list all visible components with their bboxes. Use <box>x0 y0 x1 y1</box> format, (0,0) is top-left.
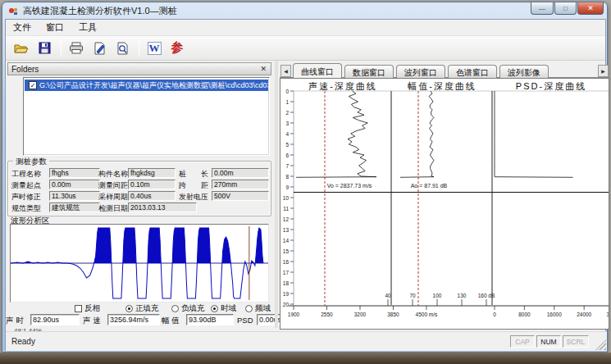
pile-params-title: 测桩参数 <box>13 157 49 167</box>
page-magnifier-icon <box>116 42 129 55</box>
tab-waveimage[interactable]: 波列影像 <box>499 65 549 78</box>
app-icon <box>8 6 19 16</box>
svg-text:13: 13 <box>283 227 290 233</box>
param-label: 桩 长 <box>179 169 213 180</box>
svg-text:Ao = 87.91 dB: Ao = 87.91 dB <box>411 183 448 189</box>
status-scrl: SCRL <box>563 335 589 348</box>
tab-strip: ◀ 曲线窗口数据窗口波列窗口色谱窗口波列影像 ▶ <box>280 62 609 78</box>
list-item[interactable]: ✓G:\公司产品设计开发\超声仪器\超声仪实地检测数据\测桩\cd\cd03\c… <box>25 80 268 91</box>
tab-scroll-right-button[interactable]: ▶ <box>598 65 609 77</box>
folders-panel-title: Folders <box>8 65 256 74</box>
tab-scroll-left-button[interactable]: ◀ <box>280 65 291 77</box>
param-field: 2013.03.13 <box>128 202 197 212</box>
svg-text:0: 0 <box>493 312 496 317</box>
tab-data[interactable]: 数据窗口 <box>344 65 394 78</box>
preview-button[interactable] <box>112 39 133 58</box>
svg-text:40: 40 <box>385 293 391 298</box>
param-label: 测量起点 <box>11 180 49 191</box>
svg-text:24000: 24000 <box>577 312 591 317</box>
window-title: 高铁建混凝土检测分析软件V1.0—测桩 <box>23 5 177 17</box>
tab-curve[interactable]: 曲线窗口 <box>293 63 342 78</box>
svg-text:130: 130 <box>458 293 467 298</box>
svg-text:0: 0 <box>285 89 289 94</box>
resize-grip[interactable] <box>595 339 606 350</box>
printer-icon <box>69 42 84 54</box>
panel-splitter[interactable] <box>275 61 278 328</box>
menu-item-window[interactable]: 窗口 <box>39 20 71 35</box>
folder-list[interactable]: ✓G:\公司产品设计开发\超声仪器\超声仪实地检测数据\测桩\cd\cd03\c… <box>23 77 270 156</box>
svg-text:8000: 8000 <box>518 312 531 317</box>
tab-list: 曲线窗口数据窗口波列窗口色谱窗口波列影像 <box>293 62 551 78</box>
svg-text:70: 70 <box>409 293 416 298</box>
readout-label: 声 时 <box>6 316 29 326</box>
app-window: 高铁建混凝土检测分析软件V1.0—测桩 — □ ✕ 文件窗口工具 <box>2 2 608 353</box>
close-button[interactable]: ✕ <box>577 2 604 15</box>
save-button[interactable] <box>34 39 55 58</box>
radio-icon <box>211 305 218 312</box>
domain-option-label: 时域 <box>221 303 236 314</box>
svg-text:20: 20 <box>283 302 290 307</box>
menu-bar: 文件窗口工具 <box>6 20 605 36</box>
fill-option-label: 正填充 <box>135 303 159 314</box>
maximize-button[interactable]: □ <box>554 2 577 15</box>
right-panel: ◀ 曲线窗口数据窗口波列窗口色谱窗口波列影像 ▶ 声速-深度曲线幅值-深度曲线P… <box>280 61 609 331</box>
svg-text:18: 18 <box>283 280 290 286</box>
fill-option-label: 负填充 <box>181 303 205 314</box>
svg-text:14: 14 <box>283 238 290 243</box>
domain-option[interactable]: 频域 <box>245 303 271 314</box>
svg-text:4: 4 <box>285 131 289 137</box>
folders-panel-header[interactable]: Folders ✕ <box>7 62 271 75</box>
radio-icon <box>125 305 133 312</box>
word-icon: W <box>148 42 162 55</box>
tab-spectrum[interactable]: 色谱窗口 <box>448 65 497 78</box>
svg-text:32000: 32000 <box>607 312 609 317</box>
toolbar-separator <box>139 40 139 57</box>
domain-option-label: 频域 <box>255 303 271 314</box>
menu-item-tools[interactable]: 工具 <box>71 20 104 35</box>
invert-checkbox[interactable]: 反相 <box>75 303 100 314</box>
svg-text:9: 9 <box>285 184 289 190</box>
maximize-icon: □ <box>563 5 568 12</box>
svg-text:2550: 2550 <box>321 312 333 317</box>
fill-option[interactable]: 负填充 <box>171 303 205 314</box>
param-label: 工程名称 <box>11 169 49 180</box>
charts-svg: 0123456789101112131415161718192019002550… <box>280 89 609 322</box>
svg-text:16: 16 <box>283 259 290 265</box>
pile-params-group: 测桩参数 工程名称fhghs构件名称fhgkdsg桩 长0.00m测量起点0.0… <box>7 161 271 216</box>
left-panel: Folders ✕ ✓G:\公司产品设计开发\超声仪器\超声仪实地检测数据\测桩… <box>6 61 275 331</box>
fill-option[interactable]: 正填充 <box>125 303 159 314</box>
toolbar: W 参 <box>6 36 605 61</box>
waveform-plot[interactable] <box>10 224 269 303</box>
svg-text:100: 100 <box>433 293 442 298</box>
wave-options-row: 反相正填充负填充时域频域 <box>6 303 275 314</box>
parameters-button[interactable]: 参 <box>166 39 188 58</box>
radio-icon <box>245 305 253 312</box>
param-label: 跨 距 <box>179 180 213 191</box>
readout-field: 3256.94m/s <box>107 314 160 325</box>
checkbox-icon <box>75 305 82 312</box>
param-field: 0.10m <box>128 180 176 189</box>
readout-label: 幅 值 <box>162 316 185 326</box>
checkbox-icon[interactable]: ✓ <box>29 81 37 89</box>
print-button[interactable] <box>66 39 87 58</box>
open-folder-icon <box>14 42 29 54</box>
minimize-button[interactable]: — <box>531 2 554 15</box>
menu-item-file[interactable]: 文件 <box>6 20 39 35</box>
tab-scroll-left-icon: ◀ <box>284 68 288 74</box>
word-export-button[interactable]: W <box>144 39 165 58</box>
domain-option[interactable]: 时域 <box>211 303 236 314</box>
svg-text:19: 19 <box>283 291 290 297</box>
desktop-background <box>0 353 611 364</box>
svg-text:10: 10 <box>283 195 290 201</box>
folders-close-button[interactable]: ✕ <box>256 65 271 73</box>
open-button[interactable] <box>11 39 32 58</box>
readout-label: 声 速 <box>83 316 106 326</box>
export-button[interactable] <box>89 39 110 58</box>
title-bar[interactable]: 高铁建混凝土检测分析软件V1.0—测桩 — □ ✕ <box>2 2 607 19</box>
toolbar-separator <box>61 40 62 57</box>
readout-field: 93.90dB <box>186 314 234 325</box>
param-label: 发射电压 <box>179 192 213 202</box>
status-num: NUM <box>536 335 561 348</box>
tab-wavetrain[interactable]: 波列窗口 <box>396 65 445 78</box>
charts-area[interactable]: 0123456789101112131415161718192019002550… <box>280 89 609 322</box>
